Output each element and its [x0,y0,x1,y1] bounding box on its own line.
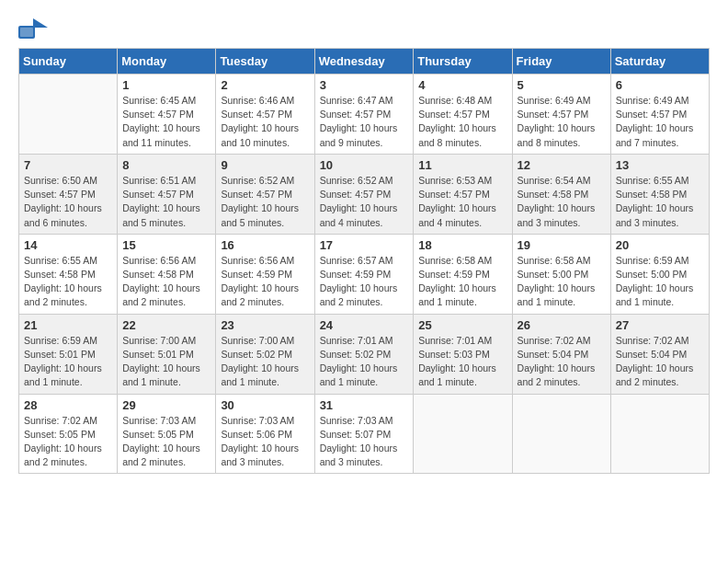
calendar-cell: 27Sunrise: 7:02 AM Sunset: 5:04 PM Dayli… [610,314,709,394]
day-info: Sunrise: 7:03 AM Sunset: 5:07 PM Dayligh… [320,414,409,470]
day-number: 4 [418,78,506,92]
calendar-cell: 18Sunrise: 6:58 AM Sunset: 4:59 PM Dayli… [414,234,512,314]
day-info: Sunrise: 7:02 AM Sunset: 5:04 PM Dayligh… [616,334,704,390]
day-info: Sunrise: 7:00 AM Sunset: 5:01 PM Dayligh… [122,334,210,390]
calendar-cell: 20Sunrise: 6:59 AM Sunset: 5:00 PM Dayli… [610,234,709,314]
day-number: 11 [418,158,506,172]
day-number: 19 [518,238,606,252]
calendar-cell: 11Sunrise: 6:53 AM Sunset: 4:57 PM Dayli… [414,154,512,234]
day-number: 13 [616,158,704,172]
day-info: Sunrise: 6:56 AM Sunset: 4:59 PM Dayligh… [221,254,309,310]
day-number: 27 [616,318,704,332]
calendar-cell: 17Sunrise: 6:57 AM Sunset: 4:59 PM Dayli… [314,234,414,314]
day-number: 22 [122,318,210,332]
calendar-cell: 6Sunrise: 6:49 AM Sunset: 4:57 PM Daylig… [610,75,709,155]
week-row-4: 21Sunrise: 6:59 AM Sunset: 5:01 PM Dayli… [19,314,710,394]
day-number: 30 [221,398,309,412]
day-info: Sunrise: 6:52 AM Sunset: 4:57 PM Dayligh… [221,174,309,230]
calendar-cell: 9Sunrise: 6:52 AM Sunset: 4:57 PM Daylig… [216,154,314,234]
calendar-cell: 19Sunrise: 6:58 AM Sunset: 5:00 PM Dayli… [512,234,610,314]
day-number: 18 [418,238,506,252]
day-info: Sunrise: 6:50 AM Sunset: 4:57 PM Dayligh… [24,174,112,230]
calendar-cell: 15Sunrise: 6:56 AM Sunset: 4:58 PM Dayli… [118,234,216,314]
day-info: Sunrise: 7:02 AM Sunset: 5:04 PM Dayligh… [518,334,606,390]
week-row-2: 7Sunrise: 6:50 AM Sunset: 4:57 PM Daylig… [19,154,710,234]
calendar-cell: 25Sunrise: 7:01 AM Sunset: 5:03 PM Dayli… [414,314,512,394]
day-number: 14 [24,238,112,252]
svg-marker-1 [33,18,48,28]
day-info: Sunrise: 6:59 AM Sunset: 5:00 PM Dayligh… [616,254,704,310]
day-info: Sunrise: 6:58 AM Sunset: 4:59 PM Dayligh… [418,254,506,310]
calendar-cell: 24Sunrise: 7:01 AM Sunset: 5:02 PM Dayli… [314,314,414,394]
weekday-tuesday: Tuesday [216,49,314,75]
day-info: Sunrise: 7:03 AM Sunset: 5:06 PM Dayligh… [221,414,309,470]
calendar-cell: 13Sunrise: 6:55 AM Sunset: 4:58 PM Dayli… [610,154,709,234]
day-info: Sunrise: 6:55 AM Sunset: 4:58 PM Dayligh… [24,254,112,310]
day-number: 7 [24,158,112,172]
weekday-thursday: Thursday [414,49,512,75]
day-number: 21 [24,318,112,332]
calendar-cell: 26Sunrise: 7:02 AM Sunset: 5:04 PM Dayli… [512,314,610,394]
day-info: Sunrise: 6:58 AM Sunset: 5:00 PM Dayligh… [518,254,606,310]
day-info: Sunrise: 6:55 AM Sunset: 4:58 PM Dayligh… [616,174,704,230]
calendar-cell: 12Sunrise: 6:54 AM Sunset: 4:58 PM Dayli… [512,154,610,234]
week-row-5: 28Sunrise: 7:02 AM Sunset: 5:05 PM Dayli… [19,394,710,474]
day-number: 5 [518,78,606,92]
calendar-cell: 16Sunrise: 6:56 AM Sunset: 4:59 PM Dayli… [216,234,314,314]
weekday-monday: Monday [118,49,216,75]
day-info: Sunrise: 7:01 AM Sunset: 5:02 PM Dayligh… [320,334,409,390]
week-row-1: 1Sunrise: 6:45 AM Sunset: 4:57 PM Daylig… [19,75,710,155]
day-number: 16 [221,238,309,252]
calendar-cell: 8Sunrise: 6:51 AM Sunset: 4:57 PM Daylig… [118,154,216,234]
calendar-cell: 5Sunrise: 6:49 AM Sunset: 4:57 PM Daylig… [512,75,610,155]
calendar-cell [414,394,512,474]
day-number: 28 [24,398,112,412]
day-info: Sunrise: 6:45 AM Sunset: 4:57 PM Dayligh… [122,94,210,150]
day-info: Sunrise: 7:00 AM Sunset: 5:02 PM Dayligh… [221,334,309,390]
calendar-cell [512,394,610,474]
calendar-cell: 3Sunrise: 6:47 AM Sunset: 4:57 PM Daylig… [314,75,414,155]
day-number: 10 [320,158,409,172]
day-info: Sunrise: 7:01 AM Sunset: 5:03 PM Dayligh… [418,334,506,390]
day-number: 29 [122,398,210,412]
day-number: 25 [418,318,506,332]
day-number: 15 [122,238,210,252]
day-info: Sunrise: 6:47 AM Sunset: 4:57 PM Dayligh… [320,94,409,150]
weekday-saturday: Saturday [610,49,709,75]
day-info: Sunrise: 6:48 AM Sunset: 4:57 PM Dayligh… [418,94,506,150]
calendar-cell: 23Sunrise: 7:00 AM Sunset: 5:02 PM Dayli… [216,314,314,394]
day-info: Sunrise: 6:49 AM Sunset: 4:57 PM Dayligh… [616,94,704,150]
day-number: 23 [221,318,309,332]
calendar-cell [19,75,118,155]
day-info: Sunrise: 6:49 AM Sunset: 4:57 PM Dayligh… [518,94,606,150]
day-info: Sunrise: 6:46 AM Sunset: 4:57 PM Dayligh… [221,94,309,150]
day-number: 20 [616,238,704,252]
week-row-3: 14Sunrise: 6:55 AM Sunset: 4:58 PM Dayli… [19,234,710,314]
day-info: Sunrise: 6:54 AM Sunset: 4:58 PM Dayligh… [518,174,606,230]
day-info: Sunrise: 6:51 AM Sunset: 4:57 PM Dayligh… [122,174,210,230]
day-number: 3 [320,78,409,92]
calendar-cell: 30Sunrise: 7:03 AM Sunset: 5:06 PM Dayli… [216,394,314,474]
calendar-cell: 2Sunrise: 6:46 AM Sunset: 4:57 PM Daylig… [216,75,314,155]
calendar-cell: 7Sunrise: 6:50 AM Sunset: 4:57 PM Daylig… [19,154,118,234]
weekday-wednesday: Wednesday [314,49,414,75]
day-number: 9 [221,158,309,172]
logo [18,18,51,39]
calendar-cell: 29Sunrise: 7:03 AM Sunset: 5:05 PM Dayli… [118,394,216,474]
day-number: 12 [518,158,606,172]
calendar-body: 1Sunrise: 6:45 AM Sunset: 4:57 PM Daylig… [19,75,710,474]
day-info: Sunrise: 6:59 AM Sunset: 5:01 PM Dayligh… [24,334,112,390]
calendar-cell: 31Sunrise: 7:03 AM Sunset: 5:07 PM Dayli… [314,394,414,474]
day-info: Sunrise: 6:53 AM Sunset: 4:57 PM Dayligh… [418,174,506,230]
logo-icon [18,18,48,39]
day-number: 2 [221,78,309,92]
header [18,18,710,39]
calendar-cell: 4Sunrise: 6:48 AM Sunset: 4:57 PM Daylig… [414,75,512,155]
day-number: 17 [320,238,409,252]
weekday-header: SundayMondayTuesdayWednesdayThursdayFrid… [19,49,710,75]
day-number: 6 [616,78,704,92]
day-number: 24 [320,318,409,332]
day-info: Sunrise: 6:56 AM Sunset: 4:58 PM Dayligh… [122,254,210,310]
calendar-cell [610,394,709,474]
day-info: Sunrise: 7:03 AM Sunset: 5:05 PM Dayligh… [122,414,210,470]
